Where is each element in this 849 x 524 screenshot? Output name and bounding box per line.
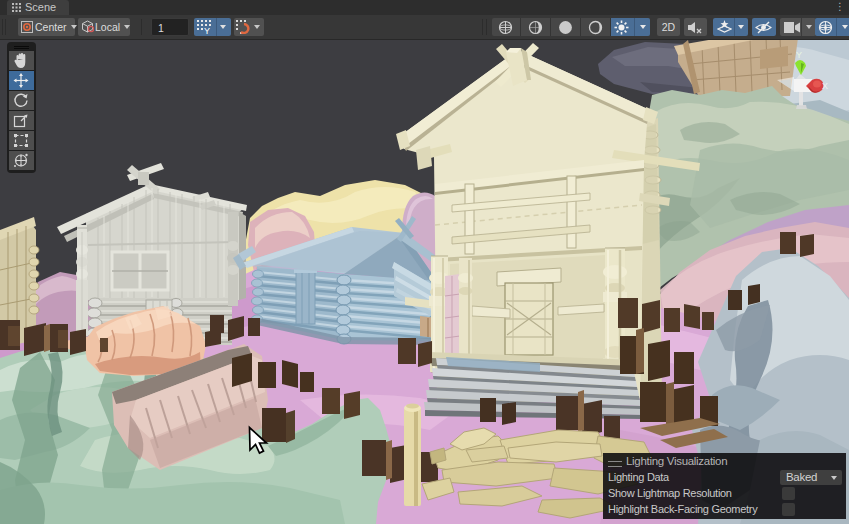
svg-text:X: X <box>822 81 828 91</box>
svg-text:Y: Y <box>796 50 802 60</box>
svg-text:Y: Y <box>204 26 210 34</box>
